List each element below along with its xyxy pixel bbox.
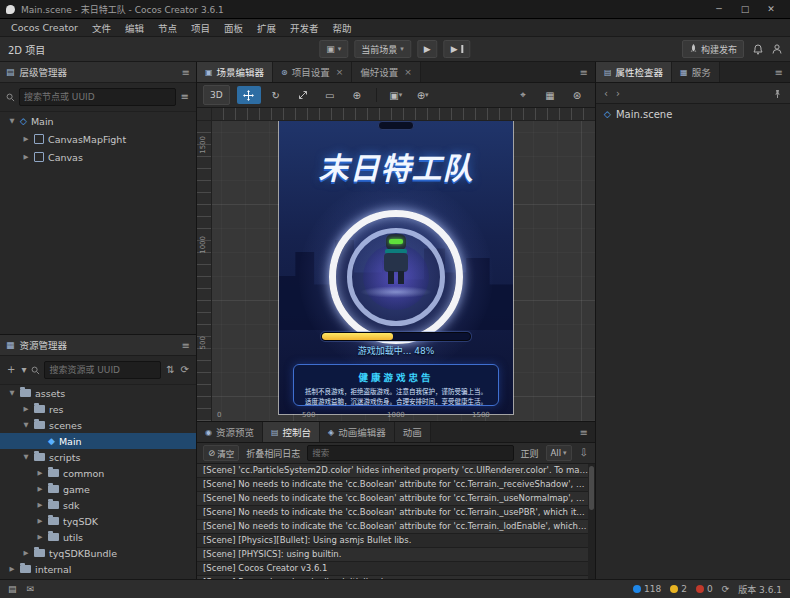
collapse-arrow-icon[interactable]: ▶ — [22, 153, 30, 161]
hierarchy-node-canvas[interactable]: ▶ Canvas — [0, 148, 196, 166]
maximize-button[interactable]: □ — [732, 4, 758, 14]
rotate-tool-button[interactable]: ↻ — [264, 86, 288, 104]
tab-animation[interactable]: 动画 — [395, 422, 431, 442]
console-scrollbar[interactable] — [588, 464, 595, 579]
status-mail-icon[interactable]: ✉ — [27, 584, 35, 594]
tab-console[interactable]: ▤ 控制台 — [263, 422, 320, 442]
step-button[interactable]: ▶ — [444, 40, 471, 58]
console-log-row[interactable]: [Scene] No needs to indicate the 'cc.Boo… — [197, 492, 595, 506]
refresh-status-icon[interactable]: ⟳ — [722, 584, 730, 594]
asset-folder-tyqsdkbundle[interactable]: ▶ tyqSDKBundle — [0, 545, 196, 561]
console-log-row[interactable]: [Scene] [PHYSICS]: using builtin. — [197, 548, 595, 562]
expand-arrow-icon[interactable]: ▼ — [8, 389, 16, 397]
tabs-menu-icon[interactable]: ≡ — [573, 422, 595, 442]
collapse-arrow-icon[interactable]: ▶ — [36, 469, 44, 477]
close-tab-icon[interactable]: × — [404, 67, 412, 77]
asset-scene-main[interactable]: ◆ Main — [0, 433, 196, 449]
close-button[interactable]: ✕ — [758, 4, 784, 14]
chevron-down-icon[interactable]: ▾ — [20, 365, 27, 375]
console-log-row[interactable]: [Scene] No needs to indicate the 'cc.Boo… — [197, 520, 595, 534]
build-publish-button[interactable]: 构建发布 — [682, 40, 744, 58]
move-tool-button[interactable] — [237, 86, 261, 104]
expand-arrow-icon[interactable]: ▼ — [22, 421, 30, 429]
console-search-input[interactable] — [307, 445, 513, 461]
console-log-row[interactable]: [Scene] Forward render pipeline initiali… — [197, 576, 595, 579]
refresh-assets-icon[interactable]: ⟳ — [180, 365, 190, 375]
status-log-icon[interactable]: ▤ — [8, 584, 17, 594]
info-count[interactable]: 118 — [633, 584, 661, 594]
hierarchy-search-input[interactable] — [19, 88, 176, 106]
play-button[interactable]: ▶ — [417, 40, 438, 58]
error-count[interactable]: 0 — [696, 584, 713, 594]
expand-arrow-icon[interactable]: ▼ — [22, 453, 30, 461]
collapse-arrow-icon[interactable]: ▶ — [36, 533, 44, 541]
assets-search-input[interactable] — [44, 361, 161, 379]
collapse-arrow-icon[interactable]: ▶ — [36, 485, 44, 493]
asset-folder-assets[interactable]: ▼ assets — [0, 385, 196, 401]
menu-panel[interactable]: 面板 — [217, 21, 250, 35]
tabs-menu-icon[interactable]: ≡ — [768, 62, 790, 82]
expand-arrow-icon[interactable]: ▼ — [8, 117, 16, 125]
menu-cocos-creator[interactable]: Cocos Creator — [4, 22, 85, 33]
scene-settings-icon[interactable]: ⊛ — [565, 86, 589, 104]
asset-folder-tyqsdk[interactable]: ▶ tyqSDK — [0, 513, 196, 529]
tab-preferences[interactable]: 偏好设置 × — [352, 62, 421, 82]
console-log-row[interactable]: [Scene] [Physics][Bullet]: Using asmjs B… — [197, 534, 595, 548]
nav-forward-icon[interactable]: › — [616, 88, 620, 99]
camera-align-icon[interactable]: ⌖ — [511, 86, 535, 104]
nav-back-icon[interactable]: ‹ — [604, 88, 608, 99]
menu-extension[interactable]: 扩展 — [250, 21, 283, 35]
tab-animation-editor[interactable]: ◈ 动画编辑器 — [320, 422, 395, 442]
pivot-dropdown[interactable]: ▣▾ — [384, 86, 408, 104]
collapse-arrow-icon[interactable]: ▶ — [36, 501, 44, 509]
console-log-row[interactable]: [Scene] Cocos Creator v3.6.1 — [197, 562, 595, 576]
tab-scene-editor[interactable]: ▣ 场景编辑器 — [197, 62, 273, 82]
console-log-row[interactable]: [Scene] 'cc.ParticleSystem2D.color' hide… — [197, 464, 595, 478]
collapse-logs-toggle[interactable]: 折叠相同日志 — [246, 447, 300, 460]
log-level-dropdown[interactable]: All ▾ — [546, 445, 572, 461]
minimize-button[interactable]: ─ — [706, 4, 732, 14]
coordinate-dropdown[interactable]: ⊕▾ — [411, 86, 435, 104]
hierarchy-filter-icon[interactable]: ≡ — [180, 92, 190, 102]
asset-folder-internal[interactable]: ▶ internal — [0, 561, 196, 577]
tab-inspector[interactable]: ▤ 属性检查器 — [596, 62, 672, 82]
pin-icon[interactable] — [773, 88, 782, 99]
game-preview-screen[interactable]: 末日特工队 — [279, 118, 513, 414]
preview-device-dropdown[interactable]: ▣ ▾ — [319, 40, 348, 58]
tab-asset-preview[interactable]: ◉ 资源预览 — [197, 422, 263, 442]
collapse-arrow-icon[interactable]: ▶ — [22, 405, 30, 413]
grid-visibility-icon[interactable]: ▦ — [538, 86, 562, 104]
panel-menu-icon[interactable]: ≡ — [182, 340, 190, 351]
notification-bell-icon[interactable] — [753, 44, 763, 55]
asset-folder-res[interactable]: ▶ res — [0, 401, 196, 417]
collapse-arrow-icon[interactable]: ▶ — [22, 135, 30, 143]
asset-folder-scenes[interactable]: ▼ scenes — [0, 417, 196, 433]
menu-file[interactable]: 文件 — [85, 21, 118, 35]
preview-scene-dropdown[interactable]: 当前场景 ▾ — [354, 40, 411, 58]
scrollbar-thumb[interactable] — [589, 466, 594, 510]
inspected-node-row[interactable]: ◇ Main.scene — [596, 104, 790, 124]
console-log-row[interactable]: [Scene] No needs to indicate the 'cc.Boo… — [197, 478, 595, 492]
warning-count[interactable]: 2 — [670, 584, 687, 594]
collapse-arrow-icon[interactable]: ▶ — [22, 549, 30, 557]
rect-tool-button[interactable]: ▭ — [318, 86, 342, 104]
menu-project[interactable]: 项目 — [184, 21, 217, 35]
2d-3d-toggle-button[interactable]: 3D — [203, 85, 230, 105]
clear-console-button[interactable]: ⊘ 清空 — [203, 445, 239, 461]
collapse-arrow-icon[interactable]: ▶ — [36, 517, 44, 525]
console-log-row[interactable]: [Scene] No needs to indicate the 'cc.Boo… — [197, 506, 595, 520]
close-tab-icon[interactable]: × — [336, 67, 344, 77]
tab-project-settings[interactable]: ⊛ 项目设置 × — [273, 62, 352, 82]
scene-canvas[interactable]: 1500 1000 500 0 500 1000 1500 末日特工队 — [197, 108, 595, 421]
hierarchy-node-main[interactable]: ▼ ◇ Main — [0, 112, 196, 130]
menu-help[interactable]: 帮助 — [326, 21, 359, 35]
add-asset-button[interactable]: + — [6, 365, 16, 375]
collapse-arrow-icon[interactable]: ▶ — [8, 565, 16, 573]
asset-folder-scripts[interactable]: ▼ scripts — [0, 449, 196, 465]
menu-edit[interactable]: 编辑 — [118, 21, 151, 35]
asset-folder-game[interactable]: ▶ game — [0, 481, 196, 497]
scale-tool-button[interactable] — [291, 86, 315, 104]
open-log-file-icon[interactable]: ⇩ — [579, 448, 589, 458]
panel-menu-icon[interactable]: ≡ — [182, 67, 190, 78]
gizmo-tool-button[interactable]: ⊕ — [345, 86, 369, 104]
